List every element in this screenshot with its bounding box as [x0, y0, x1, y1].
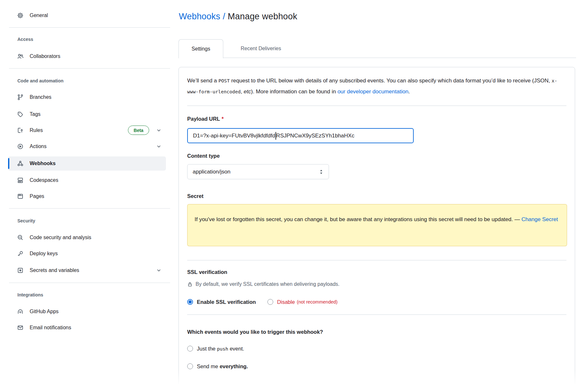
select-arrows-icon [319, 169, 323, 175]
secret-warning-box: If you've lost or forgotten this secret,… [187, 204, 567, 246]
hubot-icon [17, 308, 24, 315]
intro-text: We’ll send a POST request to the URL bel… [187, 75, 566, 97]
chevron-down-icon[interactable] [156, 144, 161, 149]
just-push-label[interactable]: Just the push event. [197, 346, 244, 352]
enable-ssl-label[interactable]: Enable SSL verification [197, 299, 256, 305]
event-just-push-row: Just the push event. [187, 345, 566, 352]
sidebar-item-label: Codespaces [30, 177, 58, 183]
code-scan-icon [17, 234, 24, 241]
disable-ssl-radio[interactable] [267, 299, 273, 305]
change-secret-link[interactable]: Change Secret [521, 216, 558, 222]
events-heading: Which events would you like to trigger t… [187, 329, 566, 336]
just-push-radio[interactable] [187, 346, 193, 351]
sidebar-divider [9, 68, 170, 69]
webhook-icon [17, 160, 24, 167]
sidebar-item-rules[interactable]: Rules Beta [8, 123, 166, 137]
people-icon [17, 53, 24, 60]
sidebar-item-collaborators[interactable]: Collaborators [8, 49, 166, 63]
disable-ssl-note: (not recommended) [297, 299, 338, 304]
rules-icon [17, 127, 24, 134]
sidebar-item-tags[interactable]: Tags [8, 107, 166, 121]
sidebar-divider [9, 283, 170, 283]
sidebar-item-label: Actions [30, 144, 46, 149]
sidebar-divider [9, 208, 170, 209]
section-divider [187, 106, 566, 106]
sidebar-item-branches[interactable]: Branches [8, 90, 166, 104]
content-type-label: Content type [187, 153, 566, 160]
tag-icon [17, 111, 24, 117]
sidebar-item-codespaces[interactable]: Codespaces [8, 173, 166, 187]
developer-docs-link[interactable]: our developer documentation [337, 89, 408, 95]
sidebar-item-actions[interactable]: Actions [8, 139, 166, 154]
lock-icon [187, 282, 193, 287]
sidebar-item-label: Rules [30, 127, 43, 133]
sidebar-item-label: Collaborators [30, 53, 60, 59]
codespaces-icon [17, 177, 24, 183]
sidebar-item-label: Webhooks [30, 161, 56, 166]
event-everything-row: Send me everything. [187, 363, 566, 370]
sidebar-divider [9, 27, 170, 28]
content-type-value: application/json [193, 169, 230, 175]
sidebar-item-label: Pages [30, 193, 44, 199]
ssl-note: By default, we verify SSL certificates w… [187, 281, 566, 287]
sidebar-item-github-apps[interactable]: GitHub Apps [8, 304, 166, 319]
webhook-settings-panel: We’ll send a POST request to the URL bel… [178, 67, 575, 384]
sidebar-section-access: Access [17, 37, 33, 42]
sidebar-item-webhooks[interactable]: Webhooks [8, 156, 166, 171]
sidebar-section-security: Security [17, 218, 35, 223]
sidebar-item-email-notifications[interactable]: Email notifications [8, 321, 166, 335]
sidebar-item-label: GitHub Apps [30, 309, 59, 314]
enable-ssl-radio[interactable] [187, 299, 193, 305]
mail-icon [17, 324, 24, 331]
sidebar-item-general[interactable]: General [8, 8, 166, 23]
disable-ssl-label[interactable]: Disable [277, 299, 295, 305]
webhook-settings-page: General Access Collaborators Code and au… [0, 0, 588, 384]
content-type-select[interactable]: application/json [187, 164, 329, 179]
sidebar-item-pages[interactable]: Pages [8, 189, 166, 203]
tab-bar: Settings Recent Deliveries [178, 39, 576, 58]
required-asterisk: * [222, 116, 224, 122]
breadcrumb-separator: / [220, 12, 228, 21]
sidebar-item-label: Code security and analysis [30, 235, 91, 240]
sidebar-section-integrations: Integrations [17, 292, 43, 297]
sidebar-item-label: Email notifications [30, 325, 71, 331]
browser-icon [17, 193, 24, 200]
page-title: Webhooks / Manage webhook [179, 12, 297, 22]
gear-icon [17, 12, 24, 19]
chevron-down-icon[interactable] [156, 128, 161, 133]
section-divider [187, 260, 566, 260]
sidebar-item-secrets-variables[interactable]: Secrets and variables [8, 263, 166, 277]
sidebar-section-code-automation: Code and automation [17, 78, 63, 83]
ssl-verification-heading: SSL verification [187, 269, 566, 276]
section-divider [187, 314, 566, 315]
tab-recent-deliveries[interactable]: Recent Deliveries [232, 39, 290, 58]
asterisk-box-icon [17, 267, 24, 274]
sidebar-item-label: Secrets and variables [30, 267, 79, 273]
git-branch-icon [17, 94, 24, 100]
chevron-down-icon[interactable] [156, 268, 161, 273]
key-icon [17, 250, 24, 257]
sidebar-item-label: Branches [30, 94, 52, 100]
page-title-current: Manage webhook [228, 12, 297, 21]
play-circle-icon [17, 143, 24, 150]
send-everything-radio[interactable] [187, 363, 193, 369]
sidebar-item-code-security[interactable]: Code security and analysis [8, 230, 166, 245]
settings-sidebar: General Access Collaborators Code and au… [0, 0, 178, 384]
sidebar-item-label: Deploy keys [30, 251, 58, 257]
breadcrumb-webhooks-link[interactable]: Webhooks / [179, 12, 228, 21]
sidebar-item-label: General [30, 13, 48, 18]
secret-label: Secret [187, 193, 566, 200]
payload-url-label: Payload URL* [187, 116, 566, 123]
sidebar-item-label: Tags [30, 111, 41, 117]
push-code: push [217, 346, 228, 351]
payload-url-input[interactable]: D1=?x-api-key=FUtvBV8vjlkfdfdfdRSJPNCwX9… [187, 128, 414, 143]
post-code: POST [218, 78, 230, 83]
beta-badge: Beta [128, 126, 149, 135]
ssl-radio-row: Enable SSL verification Disable (not rec… [187, 298, 566, 305]
send-everything-label[interactable]: Send me everything. [197, 363, 248, 370]
sidebar-item-deploy-keys[interactable]: Deploy keys [8, 247, 166, 261]
tab-settings[interactable]: Settings [178, 39, 223, 58]
